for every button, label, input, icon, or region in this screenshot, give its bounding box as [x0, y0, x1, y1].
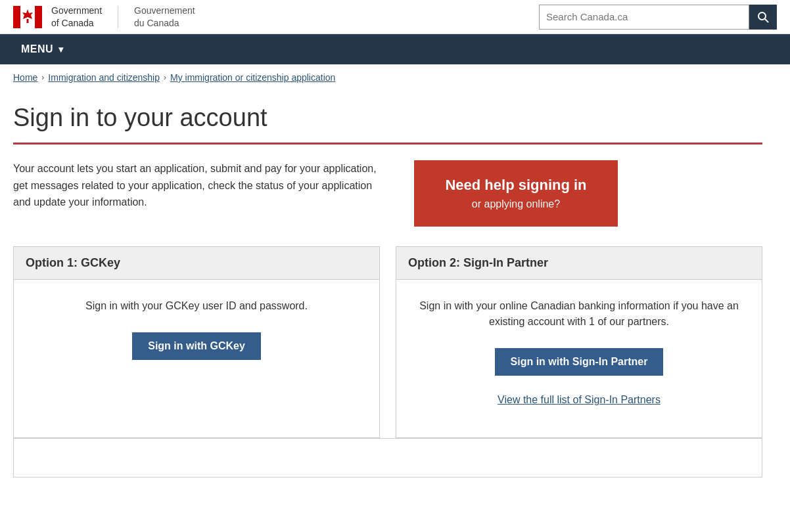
intro-description: Your account lets you start an applicati…	[13, 160, 388, 211]
page-title: Sign in to your account	[13, 104, 762, 132]
option1-header: Option 1: GCKey	[14, 247, 379, 280]
government-name-fr: Gouvernement du Canada	[134, 5, 195, 30]
svg-line-5	[765, 18, 768, 22]
svg-rect-1	[13, 6, 20, 28]
search-icon	[757, 11, 769, 23]
search-input[interactable]	[539, 5, 749, 30]
help-signing-in-button[interactable]: Need help signing in or applying online?	[414, 160, 618, 227]
help-box-area: Need help signing in or applying online?	[414, 160, 762, 227]
signin-partner-button[interactable]: Sign in with Sign-In Partner	[495, 348, 664, 376]
breadcrumb-home[interactable]: Home	[13, 72, 37, 83]
breadcrumb-sep-2: ›	[164, 73, 166, 82]
logo-divider	[118, 6, 118, 28]
breadcrumb-immigration[interactable]: Immigration and citizenship	[48, 72, 160, 83]
main-nav: MENU ▾	[0, 34, 790, 64]
option2-body: Sign in with your online Canadian bankin…	[396, 280, 762, 437]
option2-card: Option 2: Sign-In Partner Sign in with y…	[396, 246, 762, 438]
option2-description: Sign in with your online Canadian bankin…	[408, 298, 750, 330]
chevron-down-icon: ▾	[58, 44, 64, 55]
title-divider	[13, 143, 762, 144]
svg-rect-2	[35, 6, 42, 28]
breadcrumb-sep-1: ›	[41, 73, 44, 82]
content-layout: Your account lets you start an applicati…	[13, 160, 762, 227]
svg-rect-3	[27, 19, 29, 23]
bottom-section	[13, 438, 762, 477]
help-box-title: Need help signing in	[445, 177, 586, 193]
breadcrumb-application[interactable]: My immigration or citizenship applicatio…	[170, 72, 335, 83]
menu-button[interactable]: MENU ▾	[13, 34, 72, 64]
menu-label: MENU	[21, 43, 53, 55]
logo-area: Government of Canada Gouvernement du Can…	[13, 5, 195, 30]
government-name: Government of Canada	[51, 5, 102, 30]
option1-card: Option 1: GCKey Sign in with your GCKey …	[13, 246, 380, 438]
option1-body: Sign in with your GCKey user ID and pass…	[14, 280, 379, 437]
search-area	[539, 5, 777, 30]
intro-text-area: Your account lets you start an applicati…	[13, 160, 388, 227]
canada-flag-icon	[13, 6, 42, 28]
main-content: Sign in to your account Your account let…	[0, 91, 776, 504]
breadcrumb: Home › Immigration and citizenship › My …	[0, 64, 790, 91]
option2-header: Option 2: Sign-In Partner	[396, 247, 762, 280]
options-grid: Option 1: GCKey Sign in with your GCKey …	[13, 246, 762, 438]
option1-description: Sign in with your GCKey user ID and pass…	[85, 298, 308, 314]
view-signin-partners-link[interactable]: View the full list of Sign-In Partners	[498, 394, 661, 406]
search-button[interactable]	[749, 5, 777, 30]
help-box-subtitle: or applying online?	[432, 198, 599, 211]
site-header: Government of Canada Gouvernement du Can…	[0, 0, 790, 34]
gckey-signin-button[interactable]: Sign in with GCKey	[132, 332, 261, 360]
